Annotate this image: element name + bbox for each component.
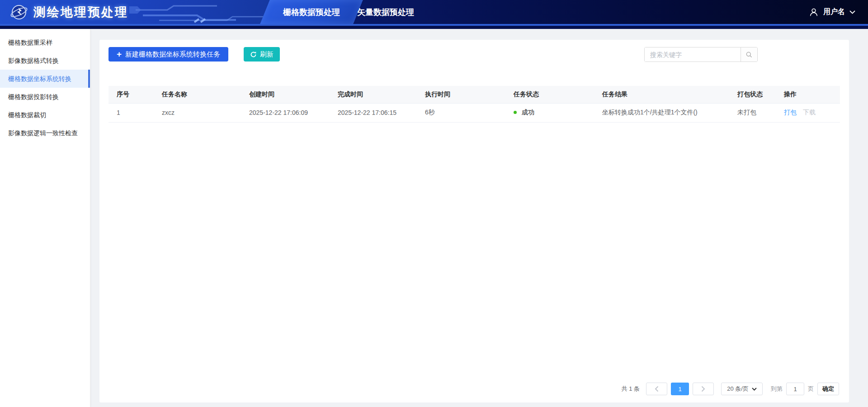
content-card: + 新建栅格数据坐标系统转换任务 刷新 [99,40,849,402]
brand: 测绘地理预处理 [10,3,128,21]
download-link: 下载 [803,109,816,116]
select-chevron-down-icon [752,388,757,391]
refresh-icon [250,51,257,58]
col-finished: 完成时间 [330,86,417,103]
logo-icon [10,3,28,21]
user-icon [809,7,819,17]
chevron-right-icon [701,386,705,392]
cell-status: 成功 [505,103,594,122]
search-group [644,47,758,62]
refresh-button[interactable]: 刷新 [244,47,280,62]
sidebar-item-projection-convert[interactable]: 栅格数据投影转换 [0,88,90,106]
cell-package-status: 未打包 [729,103,776,122]
goto-suffix-label: 页 [808,385,814,393]
col-duration: 执行时间 [417,86,505,103]
toolbar: + 新建栅格数据坐标系统转换任务 刷新 [108,47,840,62]
goto-page-input[interactable] [786,383,804,395]
search-input[interactable] [645,47,741,62]
goto-prefix-label: 到第 [771,385,783,393]
sidebar-nav: 栅格数据重采样 影像数据格式转换 栅格数据坐标系统转换 栅格数据投影转换 栅格数… [0,29,90,407]
main-area: + 新建栅格数据坐标系统转换任务 刷新 [90,29,868,407]
plus-icon: + [117,50,122,58]
next-page-button[interactable] [693,383,714,395]
app-header: 测绘地理预处理 栅格数据预处理 矢量数据预处理 用户名 [0,0,868,24]
sidebar-item-clip[interactable]: 栅格数据裁切 [0,106,90,124]
cell-finished: 2025-12-22 17:06:15 [330,103,417,122]
chevron-left-icon [655,386,659,392]
col-created: 创建时间 [241,86,330,103]
cell-actions: 打包 下载 [776,103,840,122]
sidebar-item-format-convert[interactable]: 影像数据格式转换 [0,52,90,70]
table-row: 1 zxcz 2025-12-22 17:06:09 2025-12-22 17… [108,103,840,122]
col-package-status: 打包状态 [729,86,776,103]
page-number-button[interactable]: 1 [671,383,689,395]
cell-task-name: zxcz [154,103,241,122]
header-navy-strip [0,26,868,29]
sidebar-item-resample[interactable]: 栅格数据重采样 [0,33,90,52]
prev-page-button[interactable] [646,383,667,395]
col-task-name: 任务名称 [154,86,241,103]
col-index: 序号 [108,86,154,103]
search-icon [745,51,753,58]
user-menu[interactable]: 用户名 [809,0,855,24]
cell-duration: 6秒 [417,103,505,122]
chevron-down-icon [849,10,855,14]
package-link[interactable]: 打包 [784,109,797,116]
col-status: 任务状态 [505,86,594,103]
app-title: 测绘地理预处理 [33,4,128,20]
col-result: 任务结果 [594,86,729,103]
search-button[interactable] [741,47,757,62]
col-actions: 操作 [776,86,840,103]
pagination-total: 共 1 条 [622,385,640,393]
cell-result: 坐标转换成功1个/共处理1个文件() [594,103,729,122]
cell-index: 1 [108,103,154,122]
pagination: 共 1 条 1 20 条/页 到第 页 确定 [622,383,839,395]
new-task-button[interactable]: + 新建栅格数据坐标系统转换任务 [108,47,228,62]
sidebar-item-coord-convert[interactable]: 栅格数据坐标系统转换 [0,70,90,88]
tab-vector-preprocess[interactable]: 矢量数据预处理 [343,0,429,24]
cell-created: 2025-12-22 17:06:09 [241,103,330,122]
status-dot-icon [514,111,517,114]
page-size-select[interactable]: 20 条/页 [721,383,763,395]
user-name: 用户名 [823,7,845,17]
sidebar-item-consistency-check[interactable]: 影像数据逻辑一致性检查 [0,124,90,142]
goto-confirm-button[interactable]: 确定 [817,383,839,395]
table-header-row: 序号 任务名称 创建时间 完成时间 执行时间 任务状态 任务结果 打包状态 操作 [108,86,840,103]
task-table: 序号 任务名称 创建时间 完成时间 执行时间 任务状态 任务结果 打包状态 操作… [108,86,840,123]
